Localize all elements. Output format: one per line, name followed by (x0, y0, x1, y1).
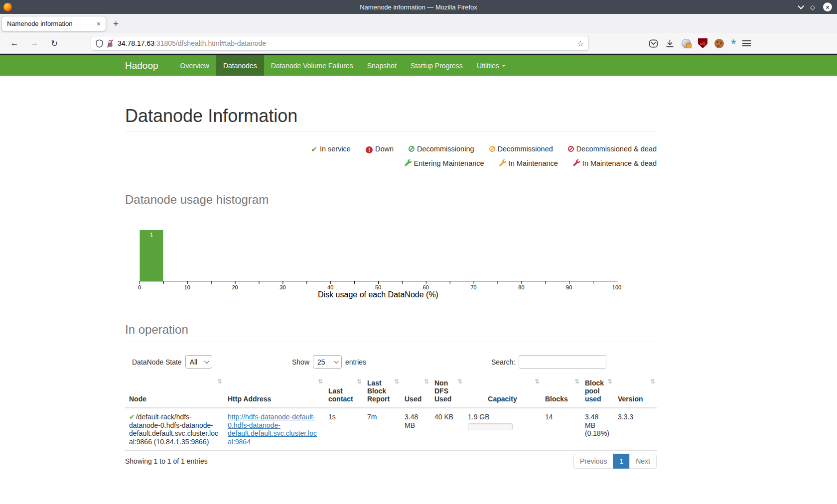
nav-item-overview[interactable]: Overview (173, 55, 216, 76)
table-row: ✔/default-rack/hdfs-datanode-0.hdfs-data… (125, 408, 657, 451)
datanode-table: ⇅Node ⇅Http Address ⇅Last contact ⇅Last … (125, 377, 657, 451)
http-address-cell: http://hdfs-datanode-default-0.hdfs-data… (224, 408, 324, 451)
window-title: Namenode information — Mozilla Firefox (0, 3, 837, 11)
nav-item-snapshot[interactable]: Snapshot (360, 55, 404, 76)
forward-button[interactable]: → (29, 38, 40, 48)
legend-in-service: ✔In service (311, 142, 351, 156)
col-non-dfs-used[interactable]: ⇅Non DFS Used (430, 377, 464, 408)
col-last-block-report[interactable]: ⇅Last Block Report (363, 377, 401, 408)
http-address-link[interactable]: http://hdfs-datanode-default-0.hdfs-data… (228, 413, 317, 446)
svg-text:10: 10 (184, 284, 190, 290)
sort-icon: ⇅ (650, 378, 655, 385)
page-title: Datanode Information (125, 106, 657, 132)
search-label: Search: (491, 358, 515, 366)
col-blocks[interactable]: ⇅Blocks (541, 377, 581, 408)
operation-section-title: In operation (125, 323, 657, 342)
show-label: Show (292, 358, 309, 366)
url-host: 34.78.17.63 (118, 39, 154, 47)
histogram-section-title: Datanode usage histogram (125, 193, 657, 212)
ban-circle-icon (568, 146, 574, 152)
status-legend: ✔In service !Down Decommissioning Decomm… (125, 142, 657, 171)
legend-in-maintenance-dead: In Maintenance & dead (573, 156, 657, 171)
window-close-button[interactable]: × (823, 2, 832, 11)
chevron-down-icon (204, 359, 209, 364)
nav-item-startup-progress[interactable]: Startup Progress (404, 55, 470, 76)
version-cell: 3.3.3 (614, 408, 657, 451)
blocks-cell: 14 (541, 408, 581, 451)
sort-icon: ⇅ (217, 378, 222, 385)
url-bar[interactable]: 34.78.17.63:31805/dfshealth.html#tab-dat… (91, 36, 589, 51)
chevron-down-icon (502, 65, 506, 67)
ban-circle-icon (489, 146, 495, 152)
sort-icon: ⇅ (535, 378, 539, 385)
sort-icon: ⇅ (574, 378, 579, 385)
search-input[interactable] (519, 355, 606, 369)
tab-close-icon[interactable]: × (97, 20, 101, 28)
tab-title: Namenode information (7, 20, 94, 27)
url-text: 34.78.17.63:31805/dfshealth.html#tab-dat… (118, 39, 577, 47)
sort-icon: ⇅ (357, 378, 361, 385)
tab-bar: Namenode information × + (0, 14, 837, 33)
col-node[interactable]: ⇅Node (125, 377, 224, 408)
legend-decommissioning: Decommissioning (409, 142, 474, 156)
nav-item-utilities[interactable]: Utilities (470, 55, 513, 76)
pagination: Previous 1 Next (573, 454, 657, 469)
check-icon: ✔ (311, 142, 317, 156)
table-header-row: ⇅Node ⇅Http Address ⇅Last contact ⇅Last … (125, 377, 657, 408)
legend-decommissioned: Decommissioned (489, 142, 553, 156)
node-cell: ✔/default-rack/hdfs-datanode-0.hdfs-data… (125, 408, 224, 451)
menu-icon[interactable] (742, 40, 751, 46)
download-icon[interactable] (665, 39, 675, 48)
col-capacity[interactable]: ⇅Capacity (464, 377, 541, 408)
table-info: Showing 1 to 1 of 1 entries (125, 457, 208, 465)
window-minimize-button[interactable] (798, 3, 804, 9)
col-used[interactable]: ⇅Used (401, 377, 430, 408)
navbar-brand[interactable]: Hadoop (125, 55, 166, 76)
previous-page-button[interactable]: Previous (573, 454, 613, 469)
col-last-contact[interactable]: ⇅Last contact (324, 377, 363, 408)
nav-item-datanodes[interactable]: Datanodes (216, 55, 264, 76)
sort-icon: ⇅ (607, 378, 612, 385)
chevron-down-icon (334, 359, 339, 364)
ublock-extension-icon[interactable]: uO (698, 38, 707, 48)
cookie-extension-icon[interactable] (714, 39, 724, 48)
lock-slash-icon (107, 39, 114, 48)
datanode-state-select[interactable]: All (185, 355, 212, 369)
reload-button[interactable]: ↻ (49, 38, 60, 49)
next-page-button[interactable]: Next (629, 454, 657, 469)
bookmark-star-icon[interactable]: ☆ (577, 39, 584, 48)
col-version[interactable]: ⇅Version (614, 377, 657, 408)
wrench-icon (405, 157, 412, 171)
entries-label: entries (345, 358, 366, 366)
legend-down: !Down (366, 142, 394, 156)
svg-text:20: 20 (232, 284, 238, 290)
ban-circle-icon (409, 146, 415, 152)
shield-icon (96, 39, 103, 48)
last-block-report-cell: 7m (363, 408, 401, 451)
back-button[interactable]: ← (9, 38, 20, 48)
svg-text:0: 0 (138, 284, 141, 290)
legend-decommissioned-dead: Decommissioned & dead (568, 142, 657, 156)
page-length-select[interactable]: 25 (313, 355, 342, 369)
nav-item-volume-failures[interactable]: Datanode Volume Failures (264, 55, 360, 76)
new-tab-button[interactable]: + (113, 18, 119, 29)
exclamation-circle-icon: ! (366, 146, 373, 153)
datanode-usage-histogram: 10102030405060708090100Disk usage of eac… (135, 225, 657, 303)
proxy-extension-icon[interactable] (682, 39, 691, 48)
svg-text:30: 30 (279, 284, 285, 290)
svg-text:60: 60 (423, 284, 429, 290)
col-http-address[interactable]: ⇅Http Address (224, 377, 324, 408)
window-maximize-button[interactable]: ◇ (810, 4, 815, 10)
browser-tab[interactable]: Namenode information × (1, 16, 106, 31)
col-block-pool-used[interactable]: ⇅Block pool used (581, 377, 614, 408)
non-dfs-used-cell: 40 KB (430, 408, 464, 451)
sort-icon: ⇅ (394, 378, 399, 385)
hadoop-navbar: Hadoop Overview Datanodes Datanode Volum… (0, 55, 837, 76)
block-pool-used-cell: 3.48 MB (0.18%) (581, 408, 614, 451)
svg-text:40: 40 (327, 284, 333, 290)
capacity-progress-bar (468, 423, 513, 430)
svg-text:80: 80 (518, 284, 524, 290)
asterisk-extension-icon[interactable]: * (731, 39, 735, 48)
page-1-button[interactable]: 1 (613, 454, 630, 469)
pocket-icon[interactable] (649, 39, 658, 48)
